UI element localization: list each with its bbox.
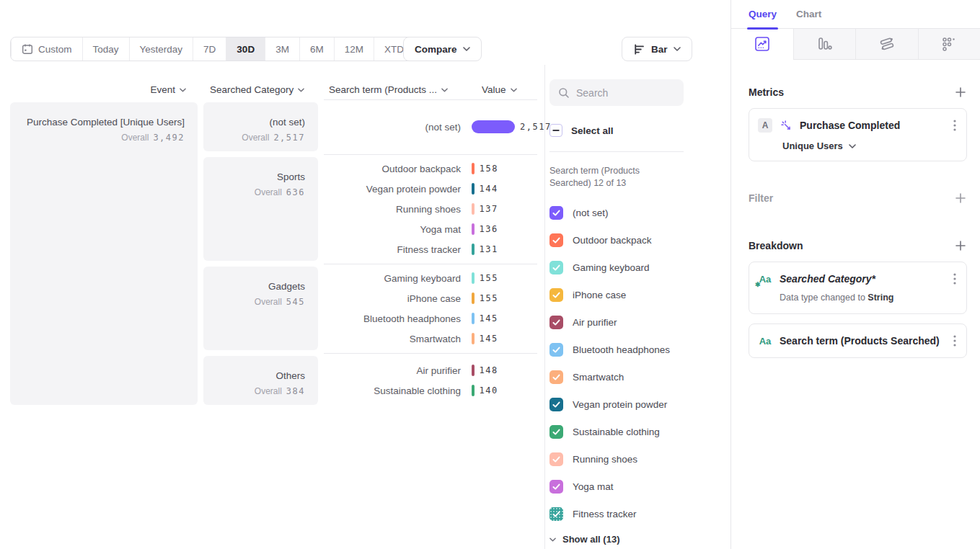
value-bar[interactable] bbox=[472, 365, 474, 376]
legend-item-label: Bluetooth headphones bbox=[573, 344, 670, 355]
legend-checkbox[interactable] bbox=[549, 398, 563, 411]
legend-checkbox[interactable] bbox=[549, 288, 563, 302]
compare-button[interactable]: Compare bbox=[403, 37, 482, 61]
date-range-button[interactable]: 30D bbox=[226, 37, 265, 61]
chart-type-button[interactable]: Bar bbox=[622, 37, 692, 61]
legend-checkbox[interactable] bbox=[549, 343, 563, 357]
measure-selector[interactable]: Unique Users bbox=[782, 140, 958, 151]
legend-item[interactable]: Gaming keyboard bbox=[549, 254, 684, 281]
legend-item[interactable]: Outdoor backpack bbox=[549, 226, 684, 254]
search-input[interactable] bbox=[576, 87, 670, 99]
breakdown-card[interactable]: Aa✱ Search term (Products Searched) bbox=[749, 323, 967, 358]
term-row[interactable]: Bluetooth headphones 145 bbox=[324, 308, 537, 329]
term-row[interactable]: Sustainable clothing 140 bbox=[324, 380, 537, 401]
tab-insights[interactable] bbox=[731, 29, 793, 60]
legend-item[interactable]: Air purifier bbox=[549, 308, 684, 336]
legend-item[interactable]: (not set) bbox=[549, 199, 684, 226]
select-all-checkbox[interactable] bbox=[549, 124, 562, 137]
kebab-menu-icon[interactable] bbox=[952, 118, 958, 133]
value-bar[interactable] bbox=[472, 385, 474, 396]
legend-checkbox[interactable] bbox=[549, 370, 563, 384]
column-header-value[interactable]: Value bbox=[482, 84, 517, 95]
term-row[interactable]: Outdoor backpack 158 bbox=[324, 159, 537, 179]
date-range-button[interactable]: Custom bbox=[11, 37, 82, 61]
legend-item[interactable]: Yoga mat bbox=[549, 473, 684, 500]
add-breakdown-button[interactable] bbox=[954, 239, 967, 252]
category-cell[interactable]: Gadgets Overall545 bbox=[203, 267, 318, 350]
value-bar[interactable] bbox=[472, 223, 474, 235]
show-all-link[interactable]: Show all (13) bbox=[549, 534, 684, 545]
metric-badge: A bbox=[758, 118, 772, 133]
legend-item[interactable]: Fitness tracker bbox=[549, 500, 684, 527]
legend-item[interactable]: Vegan protein powder bbox=[549, 390, 684, 418]
select-all[interactable]: Select all bbox=[549, 124, 684, 137]
event-cell[interactable]: Purchase Completed [Unique Users] Overal… bbox=[10, 102, 198, 405]
kebab-menu-icon[interactable] bbox=[952, 334, 958, 348]
term-row[interactable]: (not set) 2,517 bbox=[324, 117, 552, 137]
legend-checkbox[interactable] bbox=[549, 480, 563, 494]
term-row[interactable]: Gaming keyboard 155 bbox=[324, 268, 537, 288]
value-bar[interactable] bbox=[472, 333, 474, 344]
tab-flows[interactable] bbox=[855, 29, 918, 59]
date-range-button[interactable]: Today bbox=[82, 37, 129, 61]
column-header-label: Value bbox=[482, 84, 506, 95]
add-metric-button[interactable] bbox=[954, 86, 967, 99]
date-range-button[interactable]: 12M bbox=[334, 37, 374, 61]
legend-checkbox[interactable] bbox=[549, 316, 563, 329]
date-range-button[interactable]: 7D bbox=[193, 37, 226, 61]
term-row[interactable]: Air purifier 148 bbox=[324, 360, 537, 380]
term-row[interactable]: Running shoes 137 bbox=[324, 199, 537, 219]
value-bar[interactable] bbox=[472, 183, 474, 195]
legend-checkbox[interactable] bbox=[549, 452, 563, 466]
value-bar[interactable] bbox=[472, 244, 474, 255]
column-header-label: Event bbox=[150, 84, 175, 95]
legend-item[interactable]: Sustainable clothing bbox=[549, 418, 684, 445]
legend-checkbox[interactable] bbox=[549, 425, 563, 439]
term-row[interactable]: iPhone case 155 bbox=[324, 288, 537, 308]
kebab-menu-icon[interactable] bbox=[952, 272, 958, 286]
term-row[interactable]: Fitness tracker 131 bbox=[324, 239, 537, 259]
legend-checkbox[interactable] bbox=[549, 261, 563, 274]
legend-checkbox[interactable] bbox=[549, 233, 563, 247]
legend-search[interactable] bbox=[549, 79, 684, 106]
date-range-button[interactable]: 6M bbox=[299, 37, 334, 61]
date-range-button[interactable]: Yesterday bbox=[129, 37, 193, 61]
legend-checkbox[interactable] bbox=[549, 206, 563, 220]
legend-checkbox[interactable] bbox=[549, 507, 563, 521]
term-row[interactable]: Smartwatch 145 bbox=[324, 329, 537, 349]
value-bar[interactable] bbox=[472, 313, 474, 324]
tab-query[interactable]: Query bbox=[749, 0, 777, 28]
value-bar[interactable] bbox=[472, 293, 474, 304]
legend-item[interactable]: Bluetooth headphones bbox=[549, 336, 684, 363]
date-range-label: 7D bbox=[203, 44, 216, 55]
term-row[interactable]: Yoga mat 136 bbox=[324, 219, 537, 239]
value-bar[interactable] bbox=[472, 272, 474, 284]
value-bar[interactable] bbox=[472, 163, 474, 174]
date-range-button[interactable]: 3M bbox=[265, 37, 299, 61]
flows-icon bbox=[879, 36, 895, 52]
tab-funnels[interactable] bbox=[793, 29, 856, 59]
term-row[interactable]: Vegan protein powder 144 bbox=[324, 179, 537, 199]
term-label: Yoga mat bbox=[324, 224, 461, 235]
value-text: 145 bbox=[480, 334, 498, 344]
column-header-searched-category[interactable]: Searched Category bbox=[210, 84, 304, 95]
tab-chart[interactable]: Chart bbox=[796, 0, 821, 28]
horizontal-bar-chart-icon bbox=[633, 43, 645, 55]
category-cell[interactable]: Sports Overall636 bbox=[203, 157, 318, 261]
show-all-label: Show all (13) bbox=[562, 534, 619, 545]
legend-item[interactable]: iPhone case bbox=[549, 281, 684, 308]
column-header-event[interactable]: Event bbox=[10, 84, 186, 95]
value-bar[interactable] bbox=[472, 120, 515, 133]
overall-label: Overall bbox=[255, 386, 282, 396]
term-label: Fitness tracker bbox=[324, 244, 461, 255]
value-bar[interactable] bbox=[472, 203, 474, 215]
column-header-search-term[interactable]: Search term (Products ... bbox=[329, 84, 448, 95]
add-filter-button[interactable] bbox=[954, 192, 967, 205]
breakdown-card[interactable]: Aa✱ Searched Category* Data type changed… bbox=[749, 262, 967, 314]
metric-card[interactable]: A Purchase Completed Unique Users bbox=[749, 108, 967, 161]
legend-item[interactable]: Smartwatch bbox=[549, 363, 684, 390]
category-cell[interactable]: (not set) Overall2,517 bbox=[203, 102, 318, 151]
tab-retention[interactable] bbox=[918, 29, 980, 59]
category-cell[interactable]: Others Overall384 bbox=[203, 356, 318, 405]
legend-item[interactable]: Running shoes bbox=[549, 445, 684, 473]
